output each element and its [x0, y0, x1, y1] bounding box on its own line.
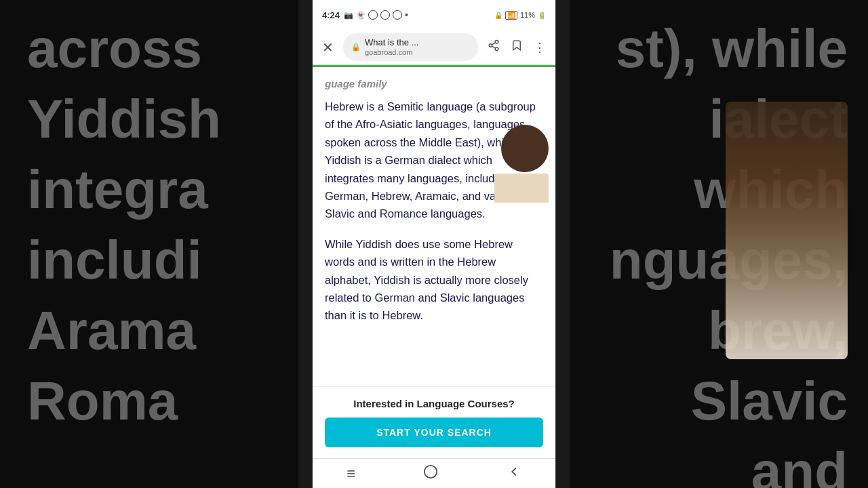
person-thumbnail — [494, 121, 555, 203]
navigation-bar: ≡ — [313, 458, 555, 488]
svg-point-2 — [495, 47, 498, 51]
battery-level: 11% — [520, 11, 535, 19]
url-text: What is the ... goabroad.com — [365, 37, 470, 57]
status-bar: 4:24 📷 👻 • 🔒 📶 11% 🔋 — [313, 0, 555, 30]
share-button[interactable] — [485, 37, 502, 58]
browser-actions: ⋮ — [485, 37, 549, 58]
svg-point-5 — [425, 465, 437, 477]
browser-close-button[interactable]: ✕ — [319, 37, 336, 58]
page-title: What is the ... — [365, 37, 470, 48]
more-button[interactable]: ⋮ — [531, 37, 549, 58]
browser-url-bar[interactable]: 🔒 What is the ... goabroad.com — [343, 33, 478, 61]
content-scroll[interactable]: guage family Hebrew is a Semitic languag… — [313, 67, 555, 386]
svg-point-0 — [495, 41, 498, 44]
paragraph-2: While Yiddish does use some Hebrew words… — [325, 235, 543, 325]
lock-icon: 🔒 — [351, 43, 361, 52]
status-icons: 📷 👻 • — [344, 9, 408, 20]
nav-back-button[interactable] — [493, 460, 535, 487]
browser-chrome: ✕ 🔒 What is the ... goabroad.com ⋮ — [313, 30, 555, 65]
cta-section: Interested in Language Courses? START YO… — [313, 386, 555, 458]
page-content: guage family Hebrew is a Semitic languag… — [313, 67, 555, 458]
nav-menu-button[interactable]: ≡ — [333, 461, 369, 487]
bookmark-button[interactable] — [508, 37, 526, 58]
svg-line-3 — [492, 46, 495, 48]
phone-frame: 4:24 📷 👻 • 🔒 📶 11% 🔋 ✕ 🔒 What is the ... — [312, 0, 556, 488]
cta-heading: Interested in Language Courses? — [325, 398, 543, 409]
left-overlay — [0, 0, 298, 488]
cta-button[interactable]: START YOUR SEARCH — [325, 418, 543, 447]
svg-line-4 — [492, 43, 495, 45]
status-right: 🔒 📶 11% 🔋 — [494, 11, 546, 20]
svg-point-1 — [489, 44, 492, 47]
status-time: 4:24 — [322, 10, 340, 20]
nav-home-button[interactable] — [410, 460, 452, 487]
section-heading: guage family — [325, 78, 543, 89]
domain: goabroad.com — [365, 48, 470, 57]
right-overlay — [570, 0, 868, 488]
